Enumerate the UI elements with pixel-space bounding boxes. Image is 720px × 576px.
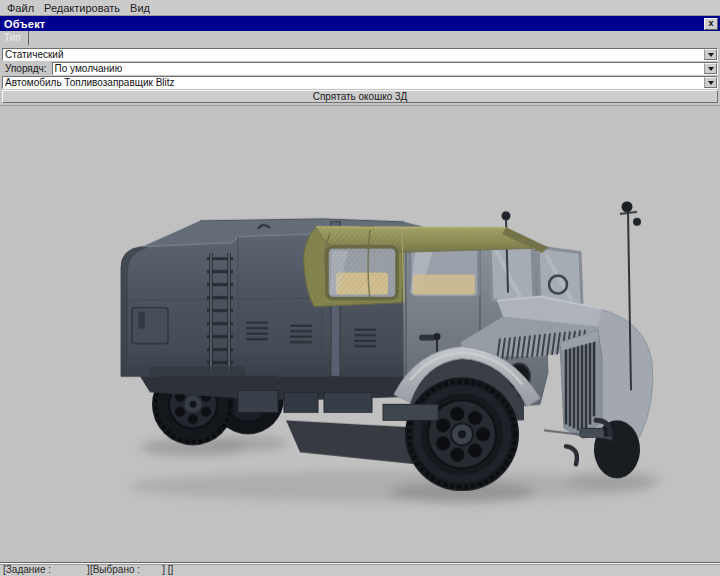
sort-select-dropdown-button[interactable] [704, 63, 717, 74]
menu-file[interactable]: Файл [2, 2, 39, 14]
viewport-3d[interactable] [0, 105, 720, 562]
app-window: Файл Редактировать Вид Объект x Тип Стат… [0, 0, 720, 576]
tab-strip: Тип [0, 31, 720, 46]
object-select-dropdown-button[interactable] [704, 77, 717, 88]
truck-front-wheel [405, 377, 519, 491]
object-controls: Статический Упорядч: По умолчанию Автомо… [0, 46, 720, 105]
sort-select[interactable]: По умолчанию [52, 62, 718, 75]
type-select-value: Статический [3, 49, 704, 60]
status-text: [Задание : ][Выбрано : ] [] [3, 564, 173, 575]
chevron-down-icon [708, 81, 714, 88]
object-window-titlebar: Объект x [0, 16, 720, 31]
type-select[interactable]: Статический [2, 48, 718, 61]
chevron-down-icon [708, 53, 714, 60]
status-bar: [Задание : ][Выбрано : ] [] [0, 562, 720, 576]
menu-bar: Файл Редактировать Вид [0, 0, 720, 16]
tab-type[interactable]: Тип [0, 31, 29, 45]
close-button[interactable]: x [704, 18, 718, 30]
hide-3d-window-button[interactable]: Спрятать окошко 3Д [2, 90, 718, 103]
object-window-title: Объект [4, 18, 704, 30]
close-icon: x [708, 19, 713, 28]
chevron-down-icon [708, 67, 714, 74]
truck-3d-render [0, 106, 720, 562]
sort-select-value: По умолчанию [53, 63, 704, 74]
menu-view[interactable]: Вид [125, 2, 155, 14]
menu-edit[interactable]: Редактировать [39, 2, 125, 14]
type-select-dropdown-button[interactable] [704, 49, 717, 60]
sort-label: Упорядч: [2, 63, 52, 74]
object-select-value: Автомобиль Топливозаправщик Blitz [3, 77, 704, 88]
object-select[interactable]: Автомобиль Топливозаправщик Blitz [2, 76, 718, 89]
